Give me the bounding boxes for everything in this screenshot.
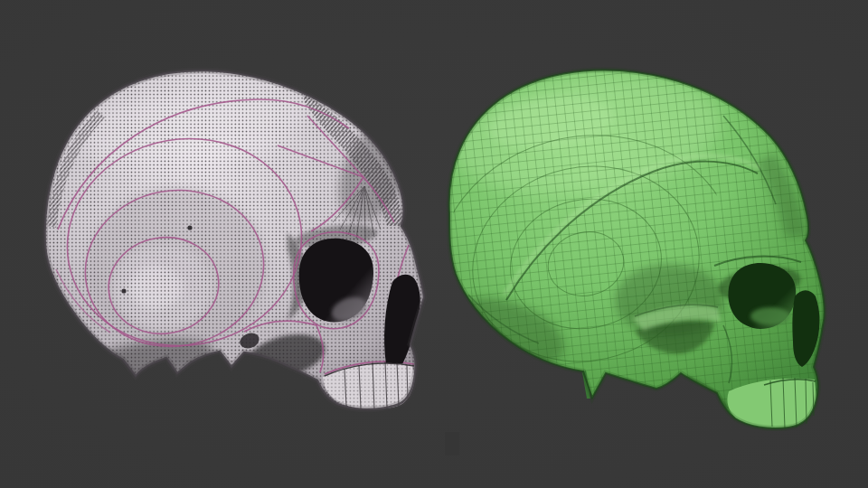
faint-watermark [445, 432, 459, 455]
viewport-canvas[interactable] [0, 0, 868, 488]
right-skull-eye-socket-floor [750, 307, 790, 325]
